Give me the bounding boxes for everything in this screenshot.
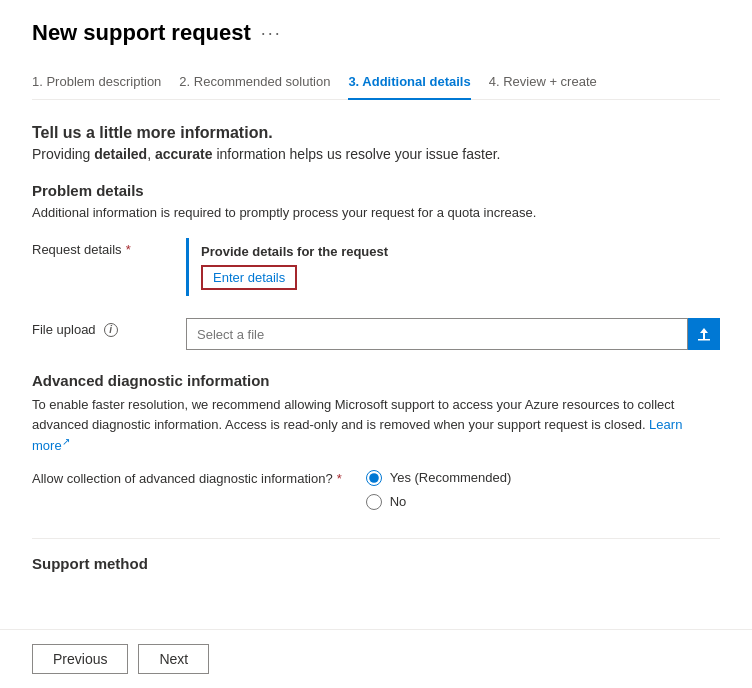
intro-subtext: Providing detailed, accurate information…	[32, 146, 720, 162]
allow-collection-label: Allow collection of advanced diagnostic …	[32, 470, 342, 488]
problem-details-description: Additional information is required to pr…	[32, 205, 720, 220]
upload-icon	[696, 326, 712, 342]
page-title: New support request	[32, 20, 251, 46]
steps-nav: 1. Problem description 2. Recommended so…	[32, 66, 720, 100]
step-3[interactable]: 3. Additional details	[348, 66, 488, 99]
learn-more-link[interactable]: Learn more↗	[32, 417, 682, 454]
required-star: *	[126, 242, 131, 257]
step-2[interactable]: 2. Recommended solution	[179, 66, 348, 99]
advanced-diagnostic-description: To enable faster resolution, we recommen…	[32, 395, 720, 456]
next-button[interactable]: Next	[138, 644, 209, 674]
request-details-box: Provide details for the request Enter de…	[186, 238, 720, 296]
support-method-title: Support method	[32, 551, 720, 572]
radio-yes-label: Yes (Recommended)	[390, 470, 512, 485]
external-link-icon: ↗	[62, 436, 70, 447]
diagnostic-radio-group: Yes (Recommended) No	[366, 470, 512, 510]
page-title-dots: ···	[261, 23, 282, 44]
file-upload-button[interactable]	[688, 318, 720, 350]
step-1[interactable]: 1. Problem description	[32, 66, 179, 99]
file-upload-row: File upload i	[32, 318, 720, 350]
radio-yes-input[interactable]	[366, 470, 382, 486]
previous-button[interactable]: Previous	[32, 644, 128, 674]
section-divider	[32, 538, 720, 539]
enter-details-link[interactable]: Enter details	[201, 265, 297, 290]
bottom-bar: Previous Next	[0, 629, 752, 688]
request-details-label: Request details *	[32, 238, 162, 257]
radio-no-label: No	[390, 494, 407, 509]
allow-required-star: *	[337, 470, 342, 488]
provide-details-label: Provide details for the request	[201, 244, 708, 259]
advanced-diagnostic-title: Advanced diagnostic information	[32, 372, 720, 389]
svg-rect-0	[698, 339, 710, 341]
radio-no-input[interactable]	[366, 494, 382, 510]
request-details-control: Provide details for the request Enter de…	[186, 238, 720, 296]
file-upload-info-icon[interactable]: i	[104, 323, 118, 337]
file-upload-input[interactable]	[186, 318, 688, 350]
step-4[interactable]: 4. Review + create	[489, 66, 615, 99]
intro-heading: Tell us a little more information.	[32, 124, 720, 142]
allow-collection-row: Allow collection of advanced diagnostic …	[32, 470, 720, 510]
radio-no-option[interactable]: No	[366, 494, 512, 510]
file-upload-label: File upload i	[32, 318, 162, 337]
file-upload-control	[186, 318, 720, 350]
radio-yes-option[interactable]: Yes (Recommended)	[366, 470, 512, 486]
request-details-row: Request details * Provide details for th…	[32, 238, 720, 296]
problem-details-title: Problem details	[32, 182, 720, 199]
